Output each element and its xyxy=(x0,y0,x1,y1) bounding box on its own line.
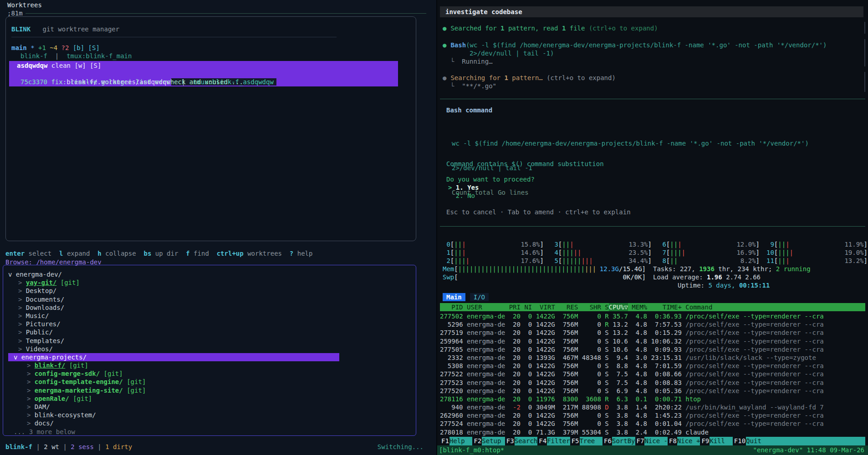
tree-item[interactable]: v energma-dev/ xyxy=(3,270,416,278)
fnkey-f6[interactable]: F6SortBy xyxy=(602,437,635,445)
cpu-meter-7: 7[||||16.9%] xyxy=(659,248,760,257)
fnbar-filler xyxy=(769,437,865,445)
tree-item[interactable]: > Pictures/ xyxy=(3,320,416,328)
fnkey-f9[interactable]: F9Kill xyxy=(700,437,732,445)
fnkey-f4[interactable]: F4Filter xyxy=(537,437,570,445)
process-row[interactable]: 277502energma-de2001422G756M0R35.74.80:3… xyxy=(440,312,865,320)
tree-item[interactable]: v energma-projects/ xyxy=(8,353,339,361)
cpu-meter-9: 9[|||11.9%] xyxy=(766,240,868,248)
column-header-time[interactable]: TIME+ xyxy=(647,303,682,311)
tree-item[interactable]: > docs/ xyxy=(3,419,416,427)
column-header-cmd[interactable]: Command xyxy=(682,303,865,311)
keybind-help: enter select l expand h collapse bs up d… xyxy=(5,249,312,258)
scrollbar-segment xyxy=(864,22,865,34)
htop-tab-io[interactable]: I/O xyxy=(470,293,489,301)
worktree-row-main[interactable]: main * +1 ~4 ?2 [b] [S] xyxy=(6,44,416,52)
cpu-meters: 0[|||15.8%]1[|||14.6%]2[||||17.6%]3[|||1… xyxy=(443,240,868,265)
tree-item[interactable]: > openRale/ [git] xyxy=(3,394,416,403)
column-header-s[interactable]: S xyxy=(601,303,609,311)
column-header-mem[interactable]: MEM% xyxy=(628,303,647,311)
column-header-shr[interactable]: SHR xyxy=(578,303,601,311)
worktree-row-main-session: blink-f | tmux:blink-f_main xyxy=(6,52,416,60)
process-row[interactable]: 940energma-de-203049M217M88908D3.81.42h2… xyxy=(440,403,865,411)
fnkey-f8[interactable]: F8Nice + xyxy=(668,437,700,445)
tree-item[interactable]: > blink-f/ [git] xyxy=(3,361,416,369)
tree-item[interactable]: > Downloads/ xyxy=(3,303,416,312)
app-title-row: BLINK git worktree manager xyxy=(6,17,416,33)
process-table-header[interactable]: PIDUSERPRINIVIRTRESSHRSCPU%▽MEM%TIME+Com… xyxy=(440,303,865,311)
cpu-meter-6: 6[|||12.0%] xyxy=(659,240,760,248)
worktree-list: main * +1 ~4 ?2 [b] [S] blink-f | tmux:b… xyxy=(6,44,416,86)
cpu-meter-8: 8[||8.2%] xyxy=(659,257,760,265)
column-header-res[interactable]: RES xyxy=(555,303,578,311)
worktrees-pane: Worktrees ;81m BLINK git worktree manage… xyxy=(0,0,436,455)
process-row[interactable]: 277523energma-de2001422G756M0S7.54.80:08… xyxy=(440,379,865,387)
app-logo: BLINK xyxy=(11,25,31,33)
process-row[interactable]: 2332energma-de2001393G467M48348S9.43.023… xyxy=(440,354,865,362)
keybind-ctrl+up: ctrl+up worktrees xyxy=(217,250,282,257)
tree-item[interactable]: > blink-ecosystem/ xyxy=(3,411,416,419)
tree-item[interactable]: > Documents/ xyxy=(3,295,416,303)
dialog-command: wc -l $(find /home/energma-dev/energma-p… xyxy=(452,123,809,213)
process-row[interactable]: 262960energma-de2001422G756M0S3.84.81:45… xyxy=(440,411,865,420)
process-row[interactable]: 278116energma-de2001197683003608R6.30.10… xyxy=(440,395,865,403)
fnkey-f3[interactable]: F3Search xyxy=(505,437,537,445)
column-header-user[interactable]: USER xyxy=(463,303,505,311)
fnkey-f7[interactable]: F7Nice - xyxy=(635,437,668,445)
worktree-selected-path-row: blink-f/.worktrees/asdqwdqw | tmux:blink… xyxy=(9,70,398,78)
pane-border-line xyxy=(26,13,426,14)
keybind-?: ? help xyxy=(290,250,313,257)
claude-event-line: └ "**/*.go" xyxy=(437,82,496,90)
dialog-options: > 1. Yes 2. No xyxy=(448,183,479,200)
dialog-option-yes[interactable]: > 1. Yes xyxy=(448,183,479,192)
tree-item[interactable]: > config-template-engine/ [git] xyxy=(3,378,416,386)
process-table: PIDUSERPRINIVIRTRESSHRSCPU%▽MEM%TIME+Com… xyxy=(440,303,865,436)
tasks-stat: Tasks: 227, 1936 thr, 234 kthr; 2 runnin… xyxy=(653,265,811,273)
tree-item[interactable]: > Public/ xyxy=(3,328,416,336)
tree-item[interactable]: > config-merge-sdk/ [git] xyxy=(3,369,416,378)
worktree-selected-name: asdqwdqw clean [w] [S] xyxy=(9,61,398,70)
column-header-cpu[interactable]: CPU%▽ xyxy=(609,303,628,311)
uptime-stat: Uptime: 5 days, 00:15:11 xyxy=(678,281,770,289)
swap-meter: Swp[0K/0K] xyxy=(443,273,646,281)
app-subtitle: git worktree manager xyxy=(43,25,120,33)
tmux-session-window[interactable]: [blink-f_m0:htop* xyxy=(439,445,504,455)
cpu-meter-10: 10[||||19.0%] xyxy=(766,248,868,257)
process-row[interactable]: 277524energma-de2001422G756M0S3.84.80:01… xyxy=(440,420,865,428)
dialog-option-no[interactable]: 2. No xyxy=(448,192,479,200)
tree-item[interactable]: > energma-marketing-site/ [git] xyxy=(3,386,416,394)
fnkey-f10[interactable]: F10Quit xyxy=(733,437,769,445)
fnkey-f1[interactable]: F1Help xyxy=(440,437,472,445)
process-row[interactable]: 277519energma-de2001422G756M0S13.24.80:1… xyxy=(440,329,865,337)
column-header-pri[interactable]: PRI xyxy=(505,303,521,311)
cpu-meter-5: 5[||||||||34.4%] xyxy=(551,257,652,265)
worktree-row-selected[interactable]: asdqwdqw clean [w] [S] blink-f/.worktree… xyxy=(9,61,398,86)
tree-item[interactable]: > Music/ xyxy=(3,312,416,320)
column-header-ni[interactable]: NI xyxy=(521,303,532,311)
command-description: Count total Go lines xyxy=(452,188,809,197)
column-header-pid[interactable]: PID xyxy=(440,303,463,311)
tree-item[interactable]: > Videos/ xyxy=(3,345,416,353)
process-row[interactable]: 5296energma-de2001422G756M0R13.24.87:57.… xyxy=(440,320,865,329)
fnkey-f2[interactable]: F2Setup xyxy=(472,437,505,445)
tree-item[interactable]: > yay-git/ [git] xyxy=(3,278,416,287)
fnkey-f5[interactable]: F5Tree xyxy=(570,437,602,445)
scrollbar-segment xyxy=(864,72,865,92)
htop-tabs: MainI/O xyxy=(443,293,489,301)
htop-tab-main[interactable]: Main xyxy=(443,293,465,301)
process-row[interactable]: 5308energma-de2001422G756M0S8.84.87:01.5… xyxy=(440,362,865,370)
cpu-meter-11: 11[|||13.2%] xyxy=(766,257,868,265)
tree-item[interactable]: > DAM/ xyxy=(3,403,416,411)
keybind-f: f find xyxy=(186,250,209,257)
process-row[interactable]: 278018energma-de20071.3G379M55304S3.82.4… xyxy=(440,428,865,436)
tree-item[interactable]: > Desktop/ xyxy=(3,287,416,295)
process-row[interactable]: 259964energma-de2001422G756M0S10.64.810:… xyxy=(440,337,865,345)
worktree-selected-commit: 75c3370 fix: resolve golangci-lint errch… xyxy=(9,78,398,86)
process-row[interactable]: 277522energma-de2001422G756M0S7.54.80:08… xyxy=(440,370,865,378)
tree-item[interactable]: > Templates/ xyxy=(3,337,416,345)
process-row[interactable]: 277505energma-de2001422G756M0S10.64.80:0… xyxy=(440,345,865,354)
process-row[interactable]: 277520energma-de2001422G756M0S6.94.80:05… xyxy=(440,387,865,395)
column-header-virt[interactable]: VIRT xyxy=(532,303,555,311)
claude-event-line: ●Bash(wc -l $(find /home/energma-dev/ene… xyxy=(437,41,827,49)
keybind-h: h collapse xyxy=(97,250,136,257)
